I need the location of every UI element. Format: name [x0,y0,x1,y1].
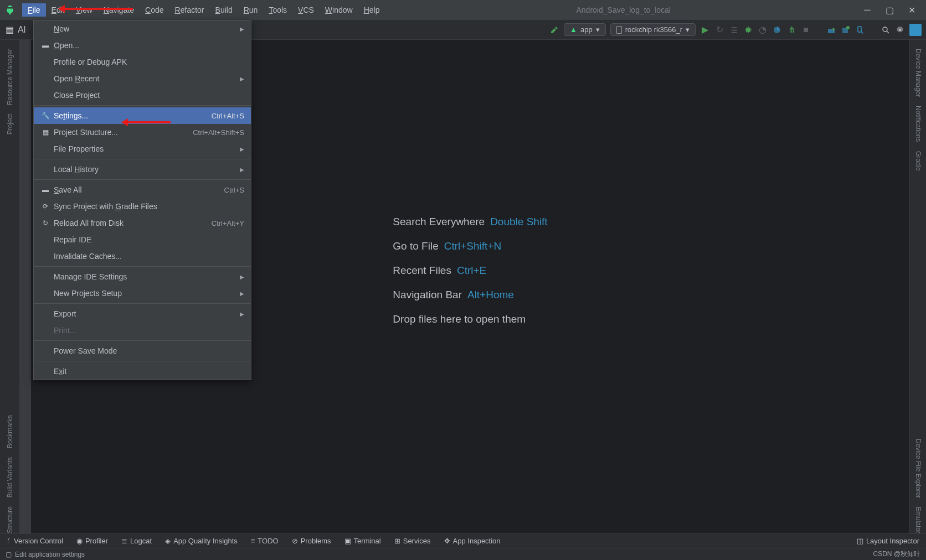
menu-item-label: Manage IDE Settings [54,272,240,281]
sdk-manager-icon[interactable] [841,25,851,35]
menu-tools[interactable]: Tools [263,3,292,17]
menu-view[interactable]: View [70,3,98,17]
menu-item-local-history[interactable]: Local History▶ [34,161,251,178]
welcome-hint: Drop files here to open them [393,313,547,325]
tool-icon: ≡ [251,537,255,545]
menu-item-export[interactable]: Export▶ [34,305,251,322]
menu-item-invalidate-caches[interactable]: Invalidate Caches... [34,248,251,265]
chevron-down-icon: ▾ [686,25,690,34]
menu-item-reload-all-from-disk[interactable]: ↻Reload All from DiskCtrl+Alt+Y [34,215,251,231]
menu-navigate[interactable]: Navigate [98,3,140,17]
run-icon[interactable]: ▶ [700,25,710,35]
menu-item-label: Power Save Mode [54,346,244,355]
menu-item-file-properties[interactable]: File Properties▶ [34,141,251,157]
menu-item-manage-ide-settings[interactable]: Manage IDE Settings▶ [34,268,251,285]
tool-device-manager[interactable]: Device Manager [914,44,922,101]
maximize-button[interactable]: ▢ [884,4,895,15]
stop-icon[interactable]: ■ [801,25,811,35]
tool-services[interactable]: ⊞Services [394,537,431,545]
menu-item-save-all[interactable]: ▬Save AllCtrl+S [34,182,251,198]
status-message: Edit application settings [15,551,85,558]
profile-icon[interactable] [772,25,782,35]
menu-build[interactable]: Build [210,3,238,17]
tool-build-variants[interactable]: Build Variants [6,453,14,502]
tool-notifications[interactable]: Notifications [914,101,922,146]
tool-resource-manager[interactable]: Resource Manager [6,44,14,110]
menu-item-label: New [54,24,240,33]
project-icon: ▤ [4,25,14,35]
tool-project[interactable]: Project [6,110,14,139]
tool-app-quality-insights[interactable]: ◈App Quality Insights [165,537,238,545]
welcome-hint: Recent FilesCtrl+E [393,265,547,277]
avd-manager-icon[interactable] [855,25,865,35]
layout-inspector-button[interactable]: ◫ Layout Inspector [857,537,919,545]
chevron-right-icon: ▶ [240,274,244,280]
menu-item-label: Repair IDE [54,235,244,244]
agp-upgrade-icon[interactable] [826,25,836,35]
menu-item-print[interactable]: Print... [34,322,251,339]
right-tool-gutter: Device ManagerNotificationsGradle Device… [909,40,926,538]
menu-run[interactable]: Run [238,3,264,17]
chevron-right-icon: ▶ [240,291,244,297]
tool-todo[interactable]: ≡TODO [251,537,279,545]
hammer-icon[interactable] [549,25,559,35]
tool-icon: ▣ [344,537,351,545]
menu-item-sync-project-with-gradle-files[interactable]: ⟳Sync Project with Gradle Files [34,198,251,215]
user-avatar[interactable] [909,24,922,36]
menu-vcs[interactable]: VCS [292,3,320,17]
breadcrumb[interactable]: Al [18,25,25,35]
menu-code[interactable]: Code [140,3,169,17]
project-stripe[interactable] [20,40,31,538]
menu-help[interactable]: Help [358,3,385,17]
menu-item-label: File Properties [54,144,240,153]
reload-icon: ↻ [40,219,50,227]
device-selector[interactable]: rockchip rk3566_r ▾ [610,23,696,36]
tool-version-control[interactable]: ᚶVersion Control [7,537,63,545]
tool-emulator[interactable]: Emulator [914,502,922,538]
welcome-hint: Navigation BarAlt+Home [393,289,547,301]
menu-item-exit[interactable]: Exit [34,363,251,380]
tool-structure[interactable]: Structure [6,502,14,538]
tool-problems[interactable]: ⊘Problems [292,537,331,545]
android-icon: ▲ [570,25,577,34]
minimize-button[interactable]: ─ [862,4,873,15]
menu-item-label: Print... [54,326,244,335]
menu-item-open-recent[interactable]: Open Recent▶ [34,70,251,87]
menu-item-label: Exit [54,367,244,376]
debug-icon[interactable] [743,25,753,35]
tool-terminal[interactable]: ▣Terminal [344,537,381,545]
search-icon[interactable] [881,25,891,35]
menu-item-label: Open... [54,41,244,50]
tool-bookmarks[interactable]: Bookmarks [6,411,14,453]
step-icon[interactable]: ≣ [729,25,739,35]
run-config-selector[interactable]: ▲ app ▾ [564,23,606,36]
settings-icon[interactable] [895,25,905,35]
menu-item-label: Export [54,309,240,318]
tool-device-file-explorer[interactable]: Device File Explorer [914,434,922,502]
menu-item-close-project[interactable]: Close Project [34,87,251,103]
menu-item-open[interactable]: ▬Open... [34,37,251,54]
tool-gradle[interactable]: Gradle [914,147,922,175]
menu-item-profile-or-debug-apk[interactable]: Profile or Debug APK [34,54,251,70]
menu-item-new[interactable]: New▶ [34,20,251,37]
chevron-down-icon: ▾ [596,25,600,34]
tool-icon: ᚶ [7,537,11,545]
menu-file[interactable]: File [22,3,46,17]
tool-app-inspection[interactable]: ✥App Inspection [444,537,501,545]
annotation-arrow [123,121,171,123]
rerun-icon[interactable]: ↻ [714,25,724,35]
tool-logcat[interactable]: ≣Logcat [121,537,152,545]
menu-item-project-structure[interactable]: ▦Project Structure...Ctrl+Alt+Shift+S [34,124,251,141]
attach-debugger-icon[interactable]: ⋔ [786,25,796,35]
coverage-icon[interactable]: ◔ [758,25,768,35]
menu-bar: FileEditViewNavigateCodeRefactorBuildRun… [0,0,926,20]
menu-window[interactable]: Window [320,3,358,17]
menu-refactor[interactable]: Refactor [169,3,210,17]
close-button[interactable]: ✕ [906,4,917,15]
menu-item-power-save-mode[interactable]: Power Save Mode [34,343,251,359]
menu-item-label: Sync Project with Gradle Files [54,202,244,211]
bottom-tool-bar: ᚶVersion Control◉Profiler≣Logcat◈App Qua… [0,533,926,548]
menu-item-repair-ide[interactable]: Repair IDE [34,231,251,248]
menu-item-new-projects-setup[interactable]: New Projects Setup▶ [34,285,251,302]
tool-profiler[interactable]: ◉Profiler [76,537,108,545]
